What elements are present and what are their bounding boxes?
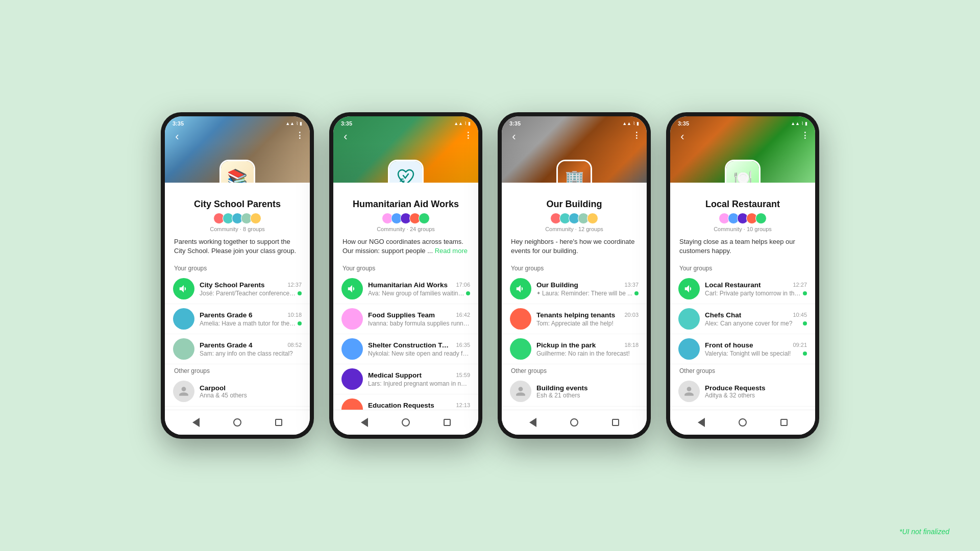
- community-meta: Community · 24 groups: [333, 226, 478, 232]
- chat-time: 10:18: [287, 312, 302, 318]
- chat-name: Education Requests: [368, 402, 434, 409]
- chat-name-row: Shelter Construction Team 16:35: [368, 341, 470, 349]
- other-group-item-0[interactable]: Carpool Anna & 45 others: [165, 377, 310, 407]
- battery-icon: ▮: [300, 121, 302, 126]
- chat-info: Local Restaurant 12:27 Carl: Private par…: [705, 281, 807, 297]
- preview-text: Tom: Appreciate all the help!: [536, 320, 639, 327]
- chat-name-row: Tenants helping tenants 20:03: [536, 311, 639, 319]
- back-nav-icon: [529, 418, 536, 427]
- preview-text: Lars: Injured pregnant woman in need ...: [368, 380, 470, 387]
- home-nav-button[interactable]: [736, 415, 750, 430]
- chat-avatar: [341, 338, 363, 360]
- recents-nav-button[interactable]: [272, 415, 286, 430]
- phone-inner-humanitarian: 3:35 ▲▲ ⌇ ▮ ⋮: [333, 116, 478, 435]
- back-nav-button[interactable]: [694, 415, 708, 430]
- chat-info: Shelter Construction Team 16:35 Nykolai:…: [368, 341, 470, 357]
- chat-preview: Lars: Injured pregnant woman in need ...: [368, 380, 470, 387]
- back-nav-button[interactable]: [526, 415, 540, 430]
- chat-name-row: Parents Grade 4 08:52: [200, 341, 302, 349]
- chat-name-row: Our Building 13:37: [536, 281, 639, 289]
- chat-item-1[interactable]: Parents Grade 6 10:18 Amelia: Have a mat…: [165, 304, 310, 334]
- chat-item-0[interactable]: Humanitarian Aid Works 17:06 Ava: New gr…: [333, 274, 478, 304]
- chat-item-3[interactable]: Medical Support 15:59 Lars: Injured preg…: [333, 364, 478, 394]
- chat-item-0[interactable]: Our Building 13:37 ✦ Laura: Reminder: Th…: [502, 274, 647, 304]
- more-button[interactable]: ⋮: [801, 131, 809, 140]
- more-button[interactable]: ⋮: [296, 131, 304, 140]
- chat-name: Tenants helping tenants: [536, 311, 615, 319]
- chat-info: Tenants helping tenants 20:03 Tom: Appre…: [536, 311, 639, 327]
- community-meta: Community · 12 groups: [502, 226, 647, 232]
- other-group-meta: Esh & 21 others: [536, 392, 639, 399]
- nav-bar: [670, 410, 815, 435]
- chat-info: Food Supplies Team 16:42 Ivanna: baby fo…: [368, 311, 470, 327]
- chat-info: Pickup in the park 18:18 Guilherme: No r…: [536, 341, 639, 357]
- other-group-item-0[interactable]: Produce Requests Aditya & 32 others: [670, 377, 815, 407]
- more-button[interactable]: ⋮: [632, 131, 641, 140]
- other-group-name: Carpool: [200, 384, 281, 392]
- chat-item-1[interactable]: Chefs Chat 10:45 Alex: Can anyone cover …: [670, 304, 815, 334]
- chat-preview: Valeryia: Tonight will be special!: [705, 350, 807, 357]
- chat-name: Parents Grade 4: [200, 341, 253, 349]
- phone-content-our-building: Our Building Community · 12 groups Hey n…: [502, 183, 647, 410]
- online-indicator: [803, 352, 807, 356]
- recents-nav-button[interactable]: [440, 415, 454, 430]
- avatar-row: [502, 213, 647, 224]
- phone-content-humanitarian: Humanitarian Aid Works Community · 24 gr…: [333, 183, 478, 410]
- more-button[interactable]: ⋮: [464, 131, 472, 140]
- chat-preview: Ava: New group of families waiting ...: [368, 290, 470, 297]
- chat-name: Pickup in the park: [536, 341, 596, 349]
- other-group-item-0[interactable]: Building events Esh & 21 others: [502, 377, 647, 407]
- group-icon-our-building: 🏢: [556, 160, 592, 183]
- home-nav-button[interactable]: [399, 415, 413, 430]
- status-bar: 3:35 ▲▲ ⌇ ▮: [341, 120, 471, 127]
- recents-nav-icon: [612, 419, 619, 426]
- chat-item-4[interactable]: Education Requests 12:13 Anna: Temporary…: [333, 394, 478, 410]
- chat-item-2[interactable]: Parents Grade 4 08:52 Sam: any info on t…: [165, 334, 310, 364]
- chat-info: Our Building 13:37 ✦ Laura: Reminder: Th…: [536, 281, 639, 297]
- back-button[interactable]: [171, 131, 183, 143]
- back-button[interactable]: [339, 131, 352, 143]
- status-icons: ▲▲ ⌇ ▮: [791, 121, 807, 126]
- back-nav-button[interactable]: [357, 415, 372, 430]
- battery-icon: ▮: [636, 121, 639, 126]
- header-image-city-school: 3:35 ▲▲ ⌇ ▮ ⋮ 📚: [165, 116, 310, 183]
- battery-icon: ▮: [805, 121, 807, 126]
- chat-item-2[interactable]: Front of house 09:21 Valeryia: Tonight w…: [670, 334, 815, 364]
- other-group-avatar: [173, 381, 194, 402]
- chat-info: Front of house 09:21 Valeryia: Tonight w…: [705, 341, 807, 357]
- recents-nav-button[interactable]: [777, 415, 791, 430]
- back-button[interactable]: [676, 131, 689, 143]
- chat-item-2[interactable]: Pickup in the park 18:18 Guilherme: No r…: [502, 334, 647, 364]
- chat-name-row: Local Restaurant 12:27: [705, 281, 807, 289]
- community-meta: Community · 10 groups: [670, 226, 815, 232]
- back-button[interactable]: [508, 131, 520, 143]
- online-indicator: [803, 321, 807, 325]
- online-indicator: [298, 321, 302, 325]
- other-groups-label: Other groups: [502, 364, 647, 377]
- chat-item-0[interactable]: Local Restaurant 12:27 Carl: Private par…: [670, 274, 815, 304]
- chat-item-0[interactable]: City School Parents 12:37 José: Parent/T…: [165, 274, 310, 304]
- avatar-row: [165, 213, 310, 224]
- read-more-link[interactable]: Read more: [435, 247, 468, 255]
- chat-name: Local Restaurant: [705, 281, 761, 289]
- chat-time: 16:35: [456, 342, 470, 348]
- chat-avatar: [173, 338, 194, 360]
- status-time: 3:35: [509, 120, 521, 127]
- chat-name: Humanitarian Aid Works: [368, 281, 448, 289]
- recents-nav-button[interactable]: [608, 415, 623, 430]
- chat-item-2[interactable]: Shelter Construction Team 16:35 Nykolai:…: [333, 334, 478, 364]
- chat-name: Food Supplies Team: [368, 311, 435, 319]
- chat-name: Parents Grade 6: [200, 311, 253, 319]
- back-nav-button[interactable]: [189, 415, 203, 430]
- chat-item-1[interactable]: Tenants helping tenants 20:03 Tom: Appre…: [502, 304, 647, 334]
- home-nav-button[interactable]: [567, 415, 581, 430]
- phone-humanitarian: 3:35 ▲▲ ⌇ ▮ ⋮: [329, 112, 482, 439]
- phone-inner-city-school: 3:35 ▲▲ ⌇ ▮ ⋮ 📚 City School Paren: [165, 116, 310, 435]
- other-group-meta: Anna & 45 others: [200, 392, 302, 399]
- chat-item-1[interactable]: Food Supplies Team 16:42 Ivanna: baby fo…: [333, 304, 478, 334]
- back-nav-icon: [192, 418, 200, 427]
- home-nav-button[interactable]: [230, 415, 244, 430]
- other-group-avatar: [678, 381, 700, 402]
- chat-time: 12:13: [456, 402, 470, 408]
- chat-name-row: Education Requests 12:13: [368, 402, 470, 409]
